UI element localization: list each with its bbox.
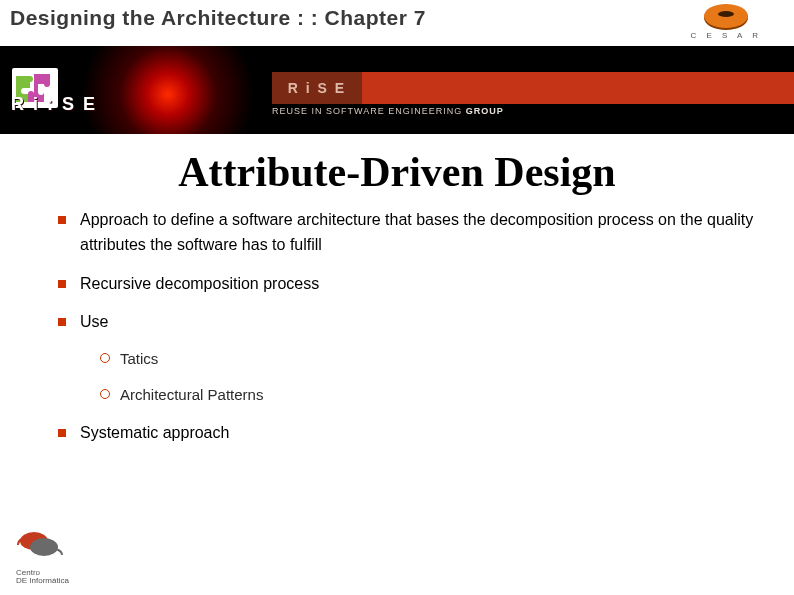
list-item-text: Recursive decomposition process [80, 275, 319, 292]
cesar-logo-text: C E S A R [690, 31, 762, 40]
list-item: Use Tatics Architectural Patterns [50, 310, 764, 407]
banner-mid-graphic [72, 46, 272, 134]
list-item-text: Approach to define a software architectu… [80, 211, 753, 253]
rise-label-top: R i : S E [11, 94, 97, 115]
rise-label-text: R i : S E [11, 94, 97, 114]
footer-logo-text: Centro DE Informática [16, 569, 76, 585]
banner: R i : S E R i S E REUSE IN SOFTWARE ENGI… [0, 46, 794, 134]
rise-badge-text: R i S E [288, 80, 346, 96]
rise-tagline-bold: GROUP [466, 106, 504, 116]
header-row: Designing the Architecture : : Chapter 7… [0, 0, 794, 46]
slide-content: Approach to define a software architectu… [0, 208, 794, 446]
list-item: Systematic approach [50, 421, 764, 446]
banner-left [0, 46, 72, 134]
list-item-text: Architectural Patterns [120, 386, 263, 403]
list-item-text: Systematic approach [80, 424, 229, 441]
rise-tagline: REUSE IN SOFTWARE ENGINEERING GROUP [272, 106, 504, 116]
bullet-list-level2: Tatics Architectural Patterns [80, 347, 764, 407]
rise-badge: R i S E [272, 72, 362, 104]
list-item-text: Tatics [120, 350, 158, 367]
list-item: Approach to define a software architectu… [50, 208, 764, 258]
slide-title: Attribute-Driven Design [0, 148, 794, 196]
cesar-eye-icon [704, 4, 748, 28]
rise-tagline-prefix: REUSE IN SOFTWARE ENGINEERING [272, 106, 466, 116]
footer-line2: DE Informática [16, 577, 76, 585]
list-item: Tatics [80, 347, 764, 371]
banner-right: R i S E REUSE IN SOFTWARE ENGINEERING GR… [272, 46, 794, 134]
svg-point-1 [30, 538, 58, 556]
list-item: Recursive decomposition process [50, 272, 764, 297]
cesar-logo: C E S A R [690, 4, 762, 40]
list-item-text: Use [80, 313, 108, 330]
chapter-title: Designing the Architecture : : Chapter 7 [10, 6, 690, 30]
footer-logo: Centro DE Informática [16, 525, 76, 585]
list-item: Architectural Patterns [80, 383, 764, 407]
bullet-list-level1: Approach to define a software architectu… [50, 208, 764, 446]
